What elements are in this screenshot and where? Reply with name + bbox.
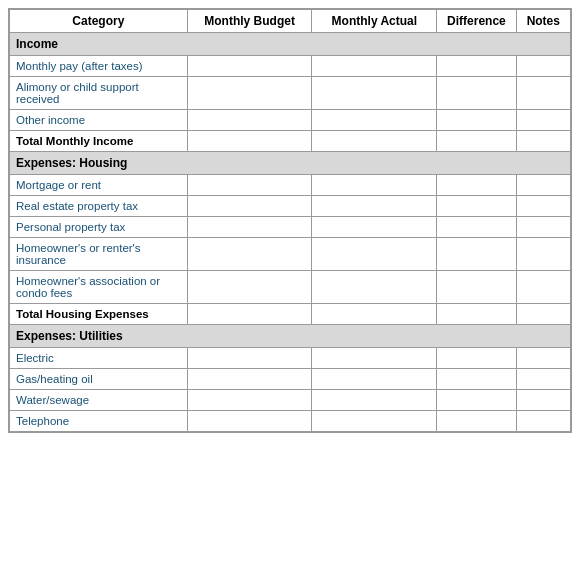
total-row: Total Monthly Income bbox=[10, 131, 571, 152]
category-header: Category bbox=[10, 10, 188, 33]
section-row: Income bbox=[10, 33, 571, 56]
data-row: Alimony or child support received bbox=[10, 77, 571, 110]
section-row: Expenses: Housing bbox=[10, 152, 571, 175]
data-row: Personal property tax bbox=[10, 217, 571, 238]
data-row: Homeowner's or renter's insurance bbox=[10, 238, 571, 271]
data-row: Real estate property tax bbox=[10, 196, 571, 217]
data-row: Telephone bbox=[10, 411, 571, 432]
monthly-budget-header: Monthly Budget bbox=[187, 10, 312, 33]
budget-table-container: Category Monthly Budget Monthly Actual D… bbox=[8, 8, 572, 433]
data-row: Homeowner's association or condo fees bbox=[10, 271, 571, 304]
header-row: Category Monthly Budget Monthly Actual D… bbox=[10, 10, 571, 33]
difference-header: Difference bbox=[437, 10, 516, 33]
monthly-actual-header: Monthly Actual bbox=[312, 10, 437, 33]
data-row: Water/sewage bbox=[10, 390, 571, 411]
data-row: Mortgage or rent bbox=[10, 175, 571, 196]
data-row: Gas/heating oil bbox=[10, 369, 571, 390]
total-row: Total Housing Expenses bbox=[10, 304, 571, 325]
budget-table: Category Monthly Budget Monthly Actual D… bbox=[9, 9, 571, 432]
section-row: Expenses: Utilities bbox=[10, 325, 571, 348]
notes-header: Notes bbox=[516, 10, 570, 33]
data-row: Other income bbox=[10, 110, 571, 131]
data-row: Electric bbox=[10, 348, 571, 369]
data-row: Monthly pay (after taxes) bbox=[10, 56, 571, 77]
